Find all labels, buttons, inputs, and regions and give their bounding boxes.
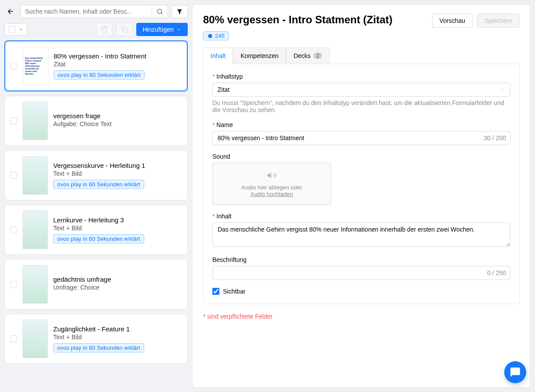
card-tag: ovos play in 60 Sekunden erklärt — [53, 180, 144, 189]
sound-upload-dropzone[interactable]: Audio hier ablegen oder Audio hochladen — [212, 163, 331, 205]
card-thumbnail — [22, 265, 48, 304]
svg-point-2 — [208, 34, 212, 38]
card-title: 80% vergessen - Intro Statment — [54, 52, 182, 60]
content-label: * Inhalt — [212, 213, 510, 220]
card-checkbox[interactable] — [10, 117, 17, 124]
card-title: Vergessenskurve - Herleitung 1 — [53, 162, 182, 169]
chat-fab[interactable] — [504, 361, 526, 383]
card-item[interactable]: vergessen frageAufgabe: Choice Text — [4, 96, 188, 146]
card-item[interactable]: Zugänglichkeit - Feature 1Text + Bildovo… — [4, 314, 188, 364]
chevron-down-icon — [18, 27, 23, 32]
sound-label: Sound — [212, 153, 510, 160]
card-tag: ovos play in 60 Sekunden erklärt — [53, 343, 144, 352]
card-item[interactable]: Lernkurve - Herleitung 3Text + Bildovos … — [4, 205, 188, 255]
card-tag: ovos play in 60 Sekunden erklärt — [54, 70, 145, 80]
visible-checkbox[interactable] — [212, 288, 219, 295]
tab-content[interactable]: Inhalt — [203, 47, 233, 64]
delete-button — [96, 23, 113, 36]
card-checkbox[interactable] — [10, 226, 17, 233]
card-title: Zugänglichkeit - Feature 1 — [53, 325, 182, 333]
card-tag: ovos play in 60 Sekunden erklärt — [53, 234, 144, 243]
card-subtitle: Text + Bild — [53, 170, 182, 177]
card-title: gedächtnis umfrage — [53, 276, 182, 283]
chevron-down-icon — [176, 27, 182, 32]
card-title: Lernkurve - Herleitung 3 — [53, 216, 182, 224]
arrow-left-icon — [7, 7, 15, 15]
select-all-dropdown[interactable] — [4, 23, 27, 36]
name-input[interactable] — [212, 131, 510, 145]
card-item[interactable]: Vergessenskurve - Herleitung 1Text + Bil… — [4, 150, 188, 200]
chat-icon — [510, 367, 521, 378]
decks-count-badge: 2 — [313, 53, 323, 59]
type-select[interactable]: Zitat — [212, 83, 510, 97]
brain-icon — [207, 33, 213, 39]
copy-icon — [121, 26, 128, 33]
card-subtitle: Umfrage: Choice — [53, 284, 182, 291]
search-icon — [156, 8, 163, 15]
preview-button[interactable]: Vorschau — [432, 14, 473, 28]
trash-icon — [101, 26, 108, 33]
add-button-label: Hinzufügen — [142, 26, 174, 33]
tab-decks[interactable]: Decks 2 — [286, 47, 330, 64]
select-all-checkbox[interactable] — [8, 26, 15, 33]
caption-char-count: 0 / 250 — [487, 269, 506, 276]
tab-competencies[interactable]: Kompetenzen — [233, 47, 286, 64]
card-thumbnail: Das menschliche Gehirn vergisst 80% neue… — [23, 47, 48, 85]
card-subtitle: Text + Bild — [53, 334, 182, 341]
name-char-count: 30 / 200 — [484, 134, 506, 142]
card-thumbnail — [22, 211, 48, 249]
sound-icon — [265, 170, 279, 181]
main-panel: 80% vergessen - Intro Statment (Zitat) V… — [192, 4, 531, 388]
tabs: Inhalt Kompetenzen Decks 2 — [203, 47, 520, 64]
card-subtitle: Zitat — [54, 61, 182, 68]
card-item[interactable]: Das menschliche Gehirn vergisst 80% neue… — [4, 40, 188, 91]
card-checkbox[interactable] — [10, 335, 17, 342]
card-subtitle: Aufgabe: Choice Text — [53, 120, 182, 127]
sidebar: Hinzufügen Das menschliche Gehirn vergis… — [0, 0, 192, 392]
upload-link[interactable]: Audio hochladen — [230, 191, 313, 197]
filter-icon — [176, 8, 183, 15]
content-textarea[interactable] — [212, 222, 510, 247]
caption-label: Beschriftung — [212, 256, 510, 263]
name-label: * Name — [212, 121, 510, 128]
card-thumbnail — [22, 319, 48, 358]
card-subtitle: Text + Bild — [53, 225, 182, 232]
caption-input[interactable] — [212, 266, 510, 280]
search-button[interactable] — [152, 5, 168, 18]
copy-button — [116, 23, 133, 36]
search-input[interactable] — [20, 5, 152, 18]
card-checkbox[interactable] — [10, 172, 17, 179]
points-badge: 245 — [203, 31, 229, 40]
required-footnote: * sind verpflichtete Felder — [203, 313, 520, 320]
save-button: Speichern — [477, 14, 520, 28]
type-help-text: Du musst "Speichern", nachdem du den Inh… — [212, 99, 510, 113]
back-button[interactable] — [4, 4, 17, 18]
card-checkbox[interactable] — [10, 281, 17, 288]
card-title: vergessen frage — [53, 112, 182, 120]
card-checkbox[interactable] — [11, 62, 18, 69]
card-thumbnail — [22, 156, 48, 195]
page-title: 80% vergessen - Intro Statment (Zitat) — [203, 14, 393, 26]
filter-button[interactable] — [171, 5, 188, 18]
card-list: Das menschliche Gehirn vergisst 80% neue… — [4, 40, 188, 364]
card-thumbnail — [22, 102, 48, 140]
upload-drop-text: Audio hier ablegen oder — [230, 184, 313, 191]
svg-point-0 — [157, 9, 162, 13]
type-label: * Inhaltstyp — [212, 73, 510, 80]
svg-rect-1 — [124, 29, 127, 33]
visible-label: Sichtbar — [223, 288, 245, 295]
card-item[interactable]: gedächtnis umfrageUmfrage: Choice — [4, 259, 188, 309]
add-button[interactable]: Hinzufügen — [136, 23, 188, 36]
